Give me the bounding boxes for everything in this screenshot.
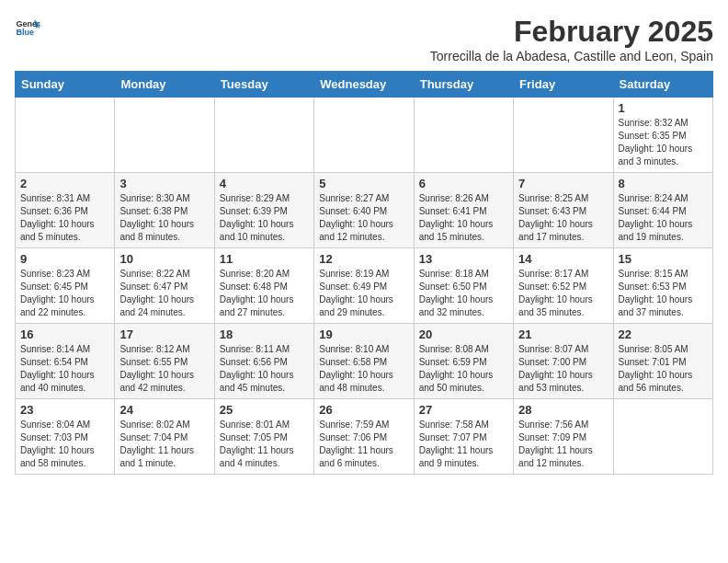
svg-text:Blue: Blue <box>16 28 34 37</box>
day-number: 25 <box>220 403 309 417</box>
calendar-cell: 25Sunrise: 8:01 AM Sunset: 7:05 PM Dayli… <box>214 399 313 475</box>
day-info: Sunrise: 8:07 AM Sunset: 7:00 PM Dayligh… <box>518 343 608 395</box>
calendar-cell: 16Sunrise: 8:14 AM Sunset: 6:54 PM Dayli… <box>16 324 115 399</box>
day-number: 26 <box>319 403 408 417</box>
day-number: 7 <box>518 177 608 190</box>
day-number: 19 <box>319 327 408 341</box>
calendar-cell: 15Sunrise: 8:15 AM Sunset: 6:53 PM Dayli… <box>613 248 712 324</box>
day-number: 2 <box>20 177 109 190</box>
calendar-cell: 19Sunrise: 8:10 AM Sunset: 6:58 PM Dayli… <box>314 324 414 399</box>
calendar-week-4: 16Sunrise: 8:14 AM Sunset: 6:54 PM Dayli… <box>16 324 713 399</box>
day-number: 4 <box>220 177 309 190</box>
day-info: Sunrise: 8:32 AM Sunset: 6:35 PM Dayligh… <box>619 117 708 168</box>
day-info: Sunrise: 8:19 AM Sunset: 6:49 PM Dayligh… <box>319 268 408 319</box>
weekday-header-saturday: Saturday <box>613 72 712 98</box>
day-info: Sunrise: 7:58 AM Sunset: 7:07 PM Dayligh… <box>419 419 508 470</box>
day-info: Sunrise: 8:11 AM Sunset: 6:56 PM Dayligh… <box>220 343 309 395</box>
day-number: 8 <box>619 177 708 190</box>
day-number: 13 <box>419 252 508 266</box>
day-info: Sunrise: 8:04 AM Sunset: 7:03 PM Dayligh… <box>20 419 109 470</box>
day-info: Sunrise: 8:14 AM Sunset: 6:54 PM Dayligh… <box>20 343 109 395</box>
calendar-week-3: 9Sunrise: 8:23 AM Sunset: 6:45 PM Daylig… <box>16 248 713 324</box>
day-info: Sunrise: 8:17 AM Sunset: 6:52 PM Dayligh… <box>518 268 608 319</box>
day-number: 15 <box>619 252 708 266</box>
calendar-cell: 2Sunrise: 8:31 AM Sunset: 6:36 PM Daylig… <box>16 173 115 248</box>
day-info: Sunrise: 8:25 AM Sunset: 6:43 PM Dayligh… <box>518 192 608 244</box>
day-number: 17 <box>119 327 209 341</box>
day-info: Sunrise: 8:01 AM Sunset: 7:05 PM Dayligh… <box>220 419 309 470</box>
calendar-week-2: 2Sunrise: 8:31 AM Sunset: 6:36 PM Daylig… <box>16 173 713 248</box>
day-info: Sunrise: 8:22 AM Sunset: 6:47 PM Dayligh… <box>119 268 209 319</box>
day-number: 24 <box>119 403 209 417</box>
calendar-cell: 17Sunrise: 8:12 AM Sunset: 6:55 PM Dayli… <box>115 324 214 399</box>
day-number: 6 <box>419 177 508 190</box>
month-title: February 2025 <box>430 15 713 49</box>
calendar-cell <box>214 98 313 173</box>
weekday-header-row: SundayMondayTuesdayWednesdayThursdayFrid… <box>16 72 713 98</box>
calendar-cell: 9Sunrise: 8:23 AM Sunset: 6:45 PM Daylig… <box>16 248 115 324</box>
day-info: Sunrise: 8:02 AM Sunset: 7:04 PM Dayligh… <box>119 419 209 470</box>
calendar-cell: 8Sunrise: 8:24 AM Sunset: 6:44 PM Daylig… <box>613 173 712 248</box>
calendar-cell: 6Sunrise: 8:26 AM Sunset: 6:41 PM Daylig… <box>414 173 513 248</box>
calendar: SundayMondayTuesdayWednesdayThursdayFrid… <box>15 71 713 475</box>
day-number: 27 <box>419 403 508 417</box>
calendar-cell: 21Sunrise: 8:07 AM Sunset: 7:00 PM Dayli… <box>514 324 613 399</box>
calendar-cell <box>16 98 115 173</box>
day-info: Sunrise: 8:24 AM Sunset: 6:44 PM Dayligh… <box>619 192 708 244</box>
day-info: Sunrise: 8:08 AM Sunset: 6:59 PM Dayligh… <box>419 343 508 395</box>
weekday-header-sunday: Sunday <box>16 72 115 98</box>
day-info: Sunrise: 8:23 AM Sunset: 6:45 PM Dayligh… <box>20 268 109 319</box>
calendar-week-5: 23Sunrise: 8:04 AM Sunset: 7:03 PM Dayli… <box>16 399 713 475</box>
weekday-header-tuesday: Tuesday <box>214 72 313 98</box>
day-info: Sunrise: 7:59 AM Sunset: 7:06 PM Dayligh… <box>319 419 408 470</box>
calendar-cell: 1Sunrise: 8:32 AM Sunset: 6:35 PM Daylig… <box>613 98 712 173</box>
day-number: 11 <box>220 252 309 266</box>
calendar-cell: 27Sunrise: 7:58 AM Sunset: 7:07 PM Dayli… <box>414 399 513 475</box>
title-area: February 2025 Torrecilla de la Abadesa, … <box>430 15 713 63</box>
calendar-cell: 13Sunrise: 8:18 AM Sunset: 6:50 PM Dayli… <box>414 248 513 324</box>
day-number: 21 <box>518 327 608 341</box>
day-number: 22 <box>619 327 708 341</box>
day-info: Sunrise: 8:29 AM Sunset: 6:39 PM Dayligh… <box>220 192 309 244</box>
calendar-cell <box>514 98 613 173</box>
logo-icon: General Blue <box>15 15 40 40</box>
day-info: Sunrise: 8:15 AM Sunset: 6:53 PM Dayligh… <box>619 268 708 319</box>
calendar-cell: 28Sunrise: 7:56 AM Sunset: 7:09 PM Dayli… <box>514 399 613 475</box>
day-number: 3 <box>119 177 209 190</box>
location-title: Torrecilla de la Abadesa, Castille and L… <box>430 49 713 63</box>
day-info: Sunrise: 8:27 AM Sunset: 6:40 PM Dayligh… <box>319 192 408 244</box>
day-info: Sunrise: 8:31 AM Sunset: 6:36 PM Dayligh… <box>20 192 109 244</box>
calendar-cell: 18Sunrise: 8:11 AM Sunset: 6:56 PM Dayli… <box>214 324 313 399</box>
day-number: 16 <box>20 327 109 341</box>
day-info: Sunrise: 8:18 AM Sunset: 6:50 PM Dayligh… <box>419 268 508 319</box>
day-info: Sunrise: 8:20 AM Sunset: 6:48 PM Dayligh… <box>220 268 309 319</box>
calendar-cell: 23Sunrise: 8:04 AM Sunset: 7:03 PM Dayli… <box>16 399 115 475</box>
calendar-cell: 26Sunrise: 7:59 AM Sunset: 7:06 PM Dayli… <box>314 399 414 475</box>
calendar-week-1: 1Sunrise: 8:32 AM Sunset: 6:35 PM Daylig… <box>16 98 713 173</box>
day-info: Sunrise: 8:05 AM Sunset: 7:01 PM Dayligh… <box>619 343 708 395</box>
logo: General Blue <box>15 15 40 40</box>
day-info: Sunrise: 8:12 AM Sunset: 6:55 PM Dayligh… <box>119 343 209 395</box>
calendar-cell <box>613 399 712 475</box>
calendar-cell <box>115 98 214 173</box>
calendar-cell <box>414 98 513 173</box>
weekday-header-thursday: Thursday <box>414 72 513 98</box>
calendar-cell: 20Sunrise: 8:08 AM Sunset: 6:59 PM Dayli… <box>414 324 513 399</box>
calendar-cell: 5Sunrise: 8:27 AM Sunset: 6:40 PM Daylig… <box>314 173 414 248</box>
day-number: 1 <box>619 101 708 115</box>
calendar-cell: 11Sunrise: 8:20 AM Sunset: 6:48 PM Dayli… <box>214 248 313 324</box>
day-number: 10 <box>119 252 209 266</box>
calendar-cell: 7Sunrise: 8:25 AM Sunset: 6:43 PM Daylig… <box>514 173 613 248</box>
weekday-header-friday: Friday <box>514 72 613 98</box>
calendar-cell: 4Sunrise: 8:29 AM Sunset: 6:39 PM Daylig… <box>214 173 313 248</box>
day-number: 12 <box>319 252 408 266</box>
calendar-cell: 3Sunrise: 8:30 AM Sunset: 6:38 PM Daylig… <box>115 173 214 248</box>
calendar-cell: 22Sunrise: 8:05 AM Sunset: 7:01 PM Dayli… <box>613 324 712 399</box>
calendar-cell <box>314 98 414 173</box>
day-number: 23 <box>20 403 109 417</box>
day-info: Sunrise: 8:26 AM Sunset: 6:41 PM Dayligh… <box>419 192 508 244</box>
page-header: General Blue February 2025 Torrecilla de… <box>15 15 713 63</box>
day-number: 20 <box>419 327 508 341</box>
day-number: 28 <box>518 403 608 417</box>
calendar-cell: 10Sunrise: 8:22 AM Sunset: 6:47 PM Dayli… <box>115 248 214 324</box>
